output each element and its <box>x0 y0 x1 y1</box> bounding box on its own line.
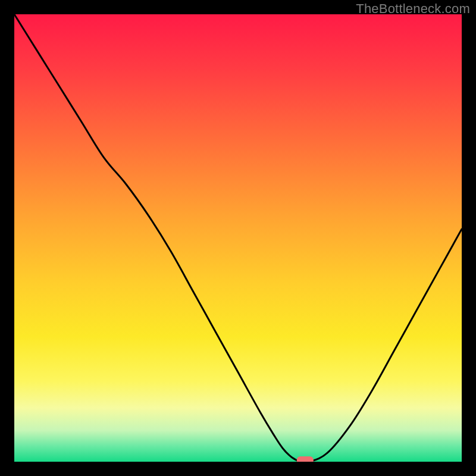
chart-frame: TheBottleneck.com <box>0 0 476 476</box>
gradient-background <box>14 14 462 462</box>
chart-svg <box>14 14 462 462</box>
plot-area <box>14 14 462 462</box>
optimal-marker <box>297 456 314 462</box>
